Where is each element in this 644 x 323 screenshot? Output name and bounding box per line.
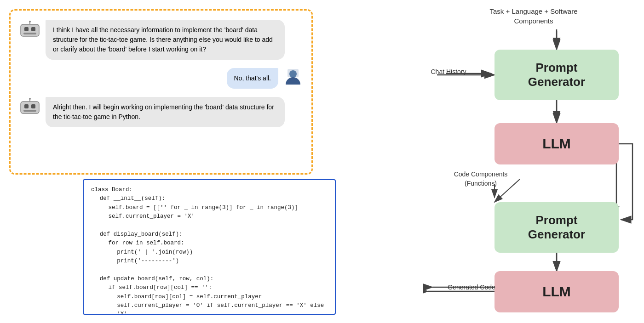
prompt-generator-box-2: PromptGenerator bbox=[494, 202, 619, 253]
code-line-8: print(' | '.join(row)) bbox=[91, 248, 328, 257]
user-bubble-1: No, that's all. bbox=[227, 68, 279, 89]
svg-rect-3 bbox=[23, 33, 36, 34]
svg-point-13 bbox=[29, 98, 31, 100]
code-line-12: if self.board[row][col] == '': bbox=[91, 283, 328, 292]
svg-rect-1 bbox=[24, 27, 29, 31]
svg-rect-9 bbox=[24, 104, 29, 108]
top-to-pg1-arrow bbox=[494, 29, 619, 52]
flowchart-panel: Task + Language + SoftwareComponents Pro… bbox=[423, 0, 644, 323]
bot-bubble-1: I think I have all the necessary informa… bbox=[46, 20, 285, 60]
user-message-1: No, that's all. bbox=[20, 68, 302, 89]
chat-history-arrow bbox=[423, 60, 644, 87]
code-line-1: class Board: bbox=[91, 186, 328, 194]
code-components-arrow bbox=[423, 170, 644, 207]
code-line-13: self.board[row][col] = self.current_play… bbox=[91, 293, 328, 301]
bot-icon-2 bbox=[20, 97, 40, 117]
chat-panel: I think I have all the necessary informa… bbox=[9, 9, 313, 175]
bot-message-1: I think I have all the necessary informa… bbox=[20, 20, 302, 60]
svg-rect-8 bbox=[21, 102, 39, 113]
code-line-14: self.current_player = 'O' if self.curren… bbox=[91, 301, 328, 315]
code-line-4: self.current_player = 'X' bbox=[91, 212, 328, 221]
code-line-6: def display_board(self): bbox=[91, 230, 328, 239]
code-line-3: self.board = [['' for _ in range(3)] for… bbox=[91, 204, 328, 212]
user-icon-1 bbox=[284, 68, 302, 86]
svg-rect-11 bbox=[23, 110, 36, 112]
code-line-2: def __init__(self): bbox=[91, 194, 328, 203]
svg-rect-0 bbox=[21, 24, 39, 36]
svg-rect-7 bbox=[288, 69, 299, 77]
bot-bubble-2: Alright then. I will begin working on im… bbox=[46, 97, 285, 127]
label-task: Task + Language + SoftwareComponents bbox=[478, 6, 589, 26]
bot-message-2: Alright then. I will begin working on im… bbox=[20, 97, 302, 127]
code-line-9: print('---------') bbox=[91, 257, 328, 266]
svg-point-5 bbox=[29, 21, 31, 23]
code-line-5 bbox=[91, 221, 328, 230]
code-line-10 bbox=[91, 266, 328, 274]
svg-rect-2 bbox=[31, 27, 35, 31]
code-panel: class Board: def __init__(self): self.bo… bbox=[83, 179, 336, 315]
code-line-11: def update_board(self, row, col): bbox=[91, 275, 328, 283]
svg-rect-10 bbox=[31, 104, 35, 108]
bot-icon-1 bbox=[20, 20, 40, 40]
pg1-llm1-arrow bbox=[494, 100, 619, 125]
generated-code-arrow bbox=[423, 282, 644, 300]
code-line-7: for row in self.board: bbox=[91, 239, 328, 248]
